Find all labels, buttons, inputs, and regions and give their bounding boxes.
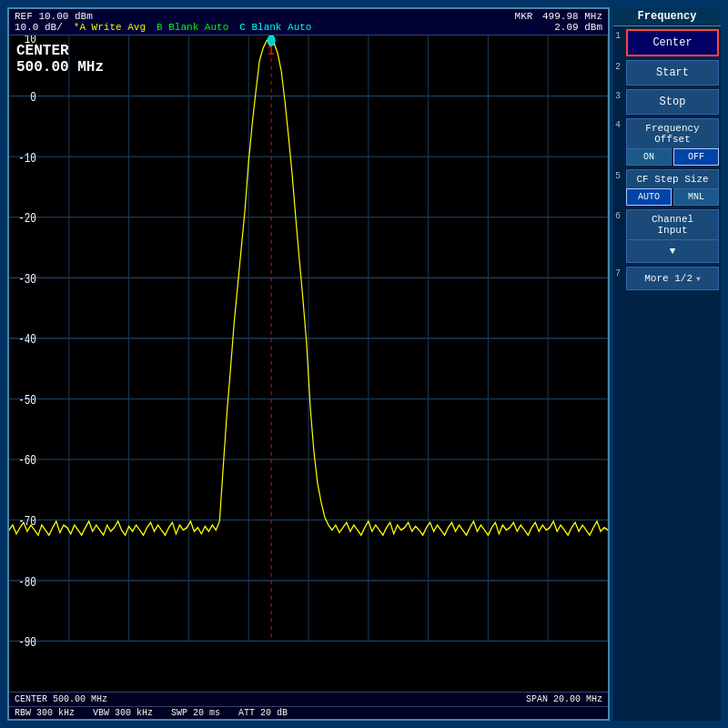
main-container: REF 10.00 dBm 10.0 dB/ *A Write Avg B Bl… (0, 0, 728, 728)
more-arrow-icon: ▼ (696, 275, 701, 283)
svg-text:-30: -30 (18, 271, 36, 287)
btn-channel-dropdown[interactable]: ▼ (626, 239, 719, 263)
sidebar: Frequency 1 Center 2 Start 3 Stop 4 Freq… (613, 7, 721, 721)
bottom-bar-1: CENTER 500.00 MHz SPAN 20.00 MHz (9, 692, 608, 706)
scale-label: 10.0 dB/ (15, 22, 63, 33)
btn-num-3: 3 (615, 89, 626, 101)
btn-stop[interactable]: Stop (626, 89, 719, 115)
btn-num-1: 1 (615, 29, 626, 41)
sidebar-header: Frequency (613, 7, 721, 26)
btn-cf-step-group: CF Step Size AUTO MNL (626, 169, 719, 206)
svg-point-34 (268, 35, 275, 46)
btn-start[interactable]: Start (626, 60, 719, 86)
btn-more-label: More 1/2 (644, 273, 693, 284)
vbw-status: VBW 300 kHz (93, 708, 153, 718)
btn-freq-offset-group: FrequencyOffset ON OFF (626, 118, 719, 166)
center-freq-text: 500.00 MHz (16, 59, 104, 76)
btn-num-7: 7 (615, 267, 626, 278)
center-text: CENTER (16, 43, 104, 59)
mkr-label: MKR (515, 11, 533, 22)
marker-val-line: 2.09 dBm (515, 22, 602, 33)
svg-text:-40: -40 (18, 332, 36, 348)
btn-cf-step-mnl[interactable]: MNL (673, 188, 719, 206)
center-freq-status: CENTER 500.00 MHz (15, 694, 107, 704)
svg-text:-90: -90 (18, 634, 36, 650)
btn-freq-offset-off[interactable]: OFF (673, 148, 719, 166)
screen-area: REF 10.00 dBm 10.0 dB/ *A Write Avg B Bl… (7, 7, 610, 721)
svg-text:-80: -80 (18, 574, 36, 590)
sidebar-row-1: 1 Center (615, 29, 719, 56)
sidebar-row-7: 7 More 1/2 ▼ (615, 267, 719, 290)
bottom-bar-2: RBW 300 kHz VBW 300 kHz SWP 20 ms ATT 20… (9, 706, 608, 719)
btn-num-2: 2 (615, 60, 626, 72)
btn-center[interactable]: Center (626, 29, 719, 56)
svg-text:-50: -50 (18, 392, 36, 408)
info-left: REF 10.00 dBm 10.0 dB/ *A Write Avg B Bl… (15, 11, 311, 33)
svg-text:0: 0 (30, 89, 36, 105)
btn-freq-offset-on[interactable]: ON (626, 148, 672, 166)
span-status: SPAN 20.00 MHz (526, 694, 602, 704)
rbw-status: RBW 300 kHz (15, 708, 75, 718)
btn-more[interactable]: More 1/2 ▼ (626, 267, 719, 290)
trace-a-label: *A Write Avg (74, 22, 146, 33)
sidebar-row-2: 2 Start (615, 60, 719, 86)
btn-cf-step-auto[interactable]: AUTO (626, 188, 672, 206)
channel-dropdown-row: ▼ (626, 239, 719, 263)
trace-info: 10.0 dB/ *A Write Avg B Blank Auto C Bla… (15, 22, 311, 33)
btn-freq-offset-label: FrequencyOffset (626, 118, 719, 148)
svg-text:-60: -60 (18, 453, 36, 469)
info-bar: REF 10.00 dBm 10.0 dB/ *A Write Avg B Bl… (9, 9, 608, 35)
btn-num-6: 6 (615, 209, 626, 221)
sidebar-row-4: 4 FrequencyOffset ON OFF (615, 118, 719, 166)
cf-step-toggle-row: AUTO MNL (626, 188, 719, 206)
center-display-label: CENTER 500.00 MHz (16, 43, 104, 76)
swp-status: SWP 20 ms (171, 708, 220, 718)
btn-num-5: 5 (615, 169, 626, 181)
btn-channel-label: ChannelInput (626, 209, 719, 239)
sidebar-row-5: 5 CF Step Size AUTO MNL (615, 169, 719, 206)
trace-b-label: B Blank Auto (157, 22, 228, 33)
btn-channel-group: ChannelInput ▼ (626, 209, 719, 263)
btn-num-4: 4 (615, 118, 626, 130)
mkr-freq: 499.98 MHz (542, 11, 602, 22)
ref-level: REF 10.00 dBm (15, 11, 311, 22)
att-status: ATT 20 dB (238, 708, 288, 718)
sidebar-row-6: 6 ChannelInput ▼ (615, 209, 719, 263)
sidebar-row-3: 3 Stop (615, 89, 719, 115)
chart-container: CENTER 500.00 MHz (9, 35, 608, 692)
svg-text:-10: -10 (18, 150, 36, 166)
btn-cf-step-label: CF Step Size (626, 169, 719, 188)
freq-offset-toggle-row: ON OFF (626, 148, 719, 166)
mkr-val: 2.09 dBm (554, 22, 602, 33)
marker-freq-line: MKR 499.98 MHz (515, 11, 602, 22)
svg-text:-20: -20 (18, 211, 36, 227)
trace-c-label: C Blank Auto (239, 22, 311, 33)
main-area: REF 10.00 dBm 10.0 dB/ *A Write Avg B Bl… (7, 7, 721, 721)
channel-dropdown-icon: ▼ (670, 246, 676, 257)
marker-info: MKR 499.98 MHz 2.09 dBm (515, 11, 602, 33)
spectrum-chart: 10 0 -10 -20 -30 -40 -50 -60 -70 -80 -90 (9, 35, 608, 692)
